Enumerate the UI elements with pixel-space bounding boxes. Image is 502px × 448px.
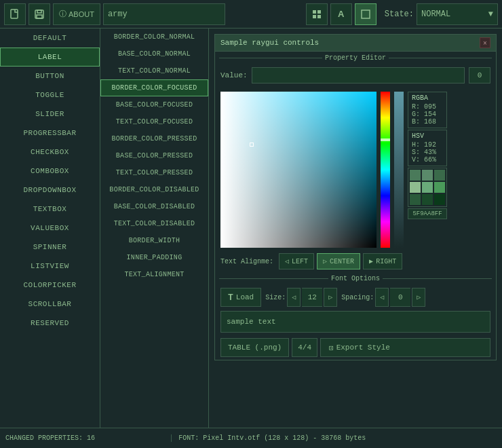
middle-item-base-color-normal[interactable]: BASE_COLOR_NORMAL bbox=[100, 45, 208, 62]
spacing-value: 0 bbox=[390, 288, 410, 307]
value-label: Value: bbox=[220, 71, 248, 79]
align-left-icon: ◁ bbox=[285, 257, 289, 265]
status-left: CHANGED PROPERTIES: 16 bbox=[5, 434, 172, 442]
color-swatch[interactable] bbox=[422, 182, 433, 193]
color-gradient[interactable] bbox=[220, 92, 376, 248]
dropdown-icon: ▼ bbox=[488, 10, 493, 19]
about-icon: ⓘ bbox=[59, 9, 66, 19]
middle-item-text-color-disabled[interactable]: TEXT_COLOR_DISABLED bbox=[100, 215, 208, 232]
export-row: TABLE (.png) 4/4 ⊡ Export Style bbox=[215, 335, 496, 360]
rect-view-button[interactable] bbox=[355, 3, 376, 25]
color-swatch[interactable] bbox=[410, 194, 421, 205]
text-view-button[interactable]: A bbox=[330, 3, 352, 25]
value-input[interactable] bbox=[252, 67, 465, 83]
sidebar-item-valuebox[interactable]: VALUEBOX bbox=[0, 219, 100, 238]
color-swatch[interactable] bbox=[410, 182, 421, 193]
spacing-increase-button[interactable]: ▷ bbox=[412, 288, 425, 307]
dialog-titlebar: Sample raygui controls × bbox=[215, 35, 496, 52]
middle-item-base-color-pressed[interactable]: BASE_COLOR_PRESSED bbox=[100, 147, 208, 164]
property-editor: Value: 0 bbox=[215, 64, 496, 89]
sidebar-item-colorpicker[interactable]: COLORPICKER bbox=[0, 276, 100, 295]
sidebar-item-checkbox[interactable]: CHECKBOX bbox=[0, 143, 100, 162]
table-button[interactable]: TABLE (.png) bbox=[220, 338, 289, 357]
color-cursor bbox=[250, 143, 254, 147]
sidebar-item-toggle[interactable]: TOGGLE bbox=[0, 86, 100, 105]
status-bar: CHANGED PROPERTIES: 16 FONT: Pixel Intv.… bbox=[0, 428, 502, 448]
middle-item-text-color-focused[interactable]: TEXT_COLOR_FOCUSED bbox=[100, 113, 208, 130]
align-right-icon: ▶ bbox=[369, 257, 373, 265]
middle-item-text-color-normal[interactable]: TEXT_COLOR_NORMAL bbox=[100, 62, 208, 79]
size-increase-button[interactable]: ▷ bbox=[324, 288, 337, 307]
export-style-button[interactable]: ⊡ Export Style bbox=[320, 338, 490, 357]
sidebar-item-listview[interactable]: LISTVIEW bbox=[0, 257, 100, 276]
sidebar-item-default[interactable]: DEFAULT bbox=[0, 29, 100, 48]
spacing-decrease-button[interactable]: ◁ bbox=[375, 288, 389, 307]
middle-item-border-color-focused[interactable]: BORDER_COLOR_FOCUSED bbox=[100, 79, 208, 96]
middle-item-border-color-pressed[interactable]: BORDER_COLOR_PRESSED bbox=[100, 130, 208, 147]
status-right: FONT: Pixel Intv.otf (128 x 128) - 38768… bbox=[172, 434, 497, 442]
middle-item-border-color-disabled[interactable]: BORDER_COLOR_DISABLED bbox=[100, 181, 208, 198]
svg-rect-0 bbox=[11, 10, 18, 18]
middle-item-border-color-normal[interactable]: BORDER_COLOR_NORMAL bbox=[100, 29, 208, 45]
color-swatch[interactable] bbox=[422, 194, 433, 205]
sidebar-item-dropdownbox[interactable]: DROPDOWNBOX bbox=[0, 181, 100, 200]
save-button[interactable] bbox=[28, 3, 50, 25]
new-button[interactable] bbox=[4, 3, 26, 25]
value-btn[interactable]: 0 bbox=[469, 67, 490, 83]
sidebar-item-button[interactable]: BUTTON bbox=[0, 67, 100, 86]
table-label: TABLE (.png) bbox=[228, 343, 282, 352]
color-swatch[interactable] bbox=[422, 170, 433, 181]
toolbar: ⓘ ABOUT A State: NORMAL ▼ bbox=[0, 0, 502, 29]
align-right-button[interactable]: ▶ RIGHT bbox=[363, 253, 402, 269]
export-icon: ⊡ bbox=[329, 343, 334, 352]
sidebar-item-spinner[interactable]: SPINNER bbox=[0, 238, 100, 257]
export-label: Export Style bbox=[336, 343, 390, 352]
color-swatch[interactable] bbox=[434, 194, 445, 205]
svg-rect-6 bbox=[313, 15, 316, 18]
color-hue-bar[interactable] bbox=[381, 92, 390, 248]
color-swatch[interactable] bbox=[434, 170, 445, 181]
sidebar-item-reserved[interactable]: RESERVED bbox=[0, 314, 100, 333]
align-center-button[interactable]: ▷ CENTER bbox=[317, 253, 360, 269]
state-label: State: bbox=[385, 10, 414, 19]
main-area: DEFAULTLABELBUTTONTOGGLESLIDERPROGRESSBA… bbox=[0, 29, 502, 428]
font-load-button[interactable]: T Load bbox=[220, 288, 261, 307]
state-dropdown[interactable]: NORMAL ▼ bbox=[417, 3, 498, 25]
font-size-control: Size: ◁ 12 ▷ bbox=[265, 288, 337, 307]
spacing-label: Spacing: bbox=[341, 294, 374, 301]
sidebar-item-slider[interactable]: SLIDER bbox=[0, 105, 100, 124]
color-info: RGBA R: 095 G: 154 B: 168 bbox=[408, 92, 447, 248]
color-swatch[interactable] bbox=[434, 182, 445, 193]
sidebar-item-combobox[interactable]: COMBOBOX bbox=[0, 162, 100, 181]
sidebar-item-label[interactable]: LABEL bbox=[0, 48, 100, 67]
filename-input[interactable] bbox=[103, 3, 225, 25]
alpha-bar[interactable] bbox=[394, 92, 404, 248]
middle-panel: BORDER_COLOR_NORMALBASE_COLOR_NORMALTEXT… bbox=[100, 29, 209, 428]
size-value: 12 bbox=[302, 288, 322, 307]
middle-item-inner-padding[interactable]: INNER_PADDING bbox=[100, 249, 208, 266]
font-row: T Load Size: ◁ 12 ▷ Spacing: ◁ 0 ▷ bbox=[220, 288, 490, 307]
size-decrease-button[interactable]: ◁ bbox=[287, 288, 301, 307]
font-options-label: Font Options bbox=[215, 272, 496, 285]
sample-dialog: Sample raygui controls × Property Editor… bbox=[214, 34, 497, 360]
about-button[interactable]: ⓘ ABOUT bbox=[53, 3, 100, 25]
font-load-label: Load bbox=[236, 293, 254, 301]
h-row: H: 192 bbox=[412, 141, 443, 149]
middle-item-border-width[interactable]: BORDER_WIDTH bbox=[100, 232, 208, 249]
middle-item-base-color-focused[interactable]: BASE_COLOR_FOCUSED bbox=[100, 96, 208, 113]
grid-view-button[interactable] bbox=[306, 3, 328, 25]
color-swatch[interactable] bbox=[410, 170, 421, 181]
middle-item-text-color-pressed[interactable]: TEXT_COLOR_PRESSED bbox=[100, 164, 208, 181]
dialog-close-button[interactable]: × bbox=[480, 37, 490, 48]
svg-rect-8 bbox=[362, 10, 370, 18]
sidebar-item-progressbar[interactable]: PROGRESSBAR bbox=[0, 124, 100, 143]
middle-item-text-alignment[interactable]: TEXT_ALIGNMENT bbox=[100, 266, 208, 283]
font-spacing-control: Spacing: ◁ 0 ▷ bbox=[341, 288, 425, 307]
sidebar-item-textbox[interactable]: TEXTBOX bbox=[0, 200, 100, 219]
page-indicator: 4/4 bbox=[292, 338, 317, 357]
sidebar-item-scrollbar[interactable]: SCROLLBAR bbox=[0, 295, 100, 314]
sample-text-display: sample text bbox=[220, 311, 490, 333]
middle-item-base-color-disabled[interactable]: BASE_COLOR_DISABLED bbox=[100, 198, 208, 215]
align-left-button[interactable]: ◁ LEFT bbox=[279, 253, 314, 269]
r-row: R: 095 bbox=[412, 103, 443, 111]
